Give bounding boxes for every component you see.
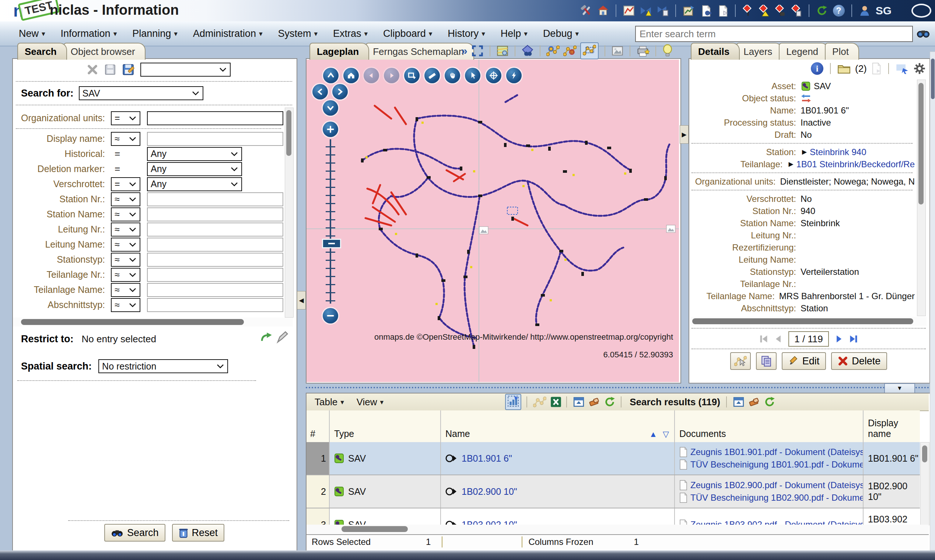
row-number[interactable]: 2 xyxy=(306,475,330,508)
row-number[interactable]: 1 xyxy=(306,442,330,474)
expand-arrow-icon[interactable]: ▶ xyxy=(788,160,793,168)
tip-lightbulb-icon[interactable] xyxy=(662,44,673,57)
document-search-icon[interactable] xyxy=(700,5,711,17)
documents-folder-icon[interactable] xyxy=(837,63,850,74)
first-page-button[interactable] xyxy=(759,334,769,344)
edit-button[interactable]: Edit xyxy=(782,352,826,370)
table-row[interactable]: 2 SAV 1B02.900 10" Zeugnis 1B02.900.pdf … xyxy=(306,475,920,508)
organizational-units-input[interactable] xyxy=(147,111,283,125)
teilanlage-nr-input[interactable] xyxy=(147,268,283,282)
details-scrollbar[interactable] xyxy=(917,80,926,316)
operator-select[interactable]: ≈ xyxy=(111,298,140,312)
station-nr-input[interactable] xyxy=(147,192,283,206)
splitter-collapse-right[interactable]: ▶ xyxy=(680,125,689,144)
operator-select[interactable]: = xyxy=(111,111,140,125)
menu-system[interactable]: System▾ xyxy=(270,28,325,39)
clear-results-icon[interactable] xyxy=(588,396,600,408)
collapse-panel-icon[interactable] xyxy=(733,396,744,408)
next-page-button[interactable] xyxy=(834,334,844,344)
menu-new[interactable]: New▾ xyxy=(11,28,53,39)
operator-select[interactable]: ≈ xyxy=(111,238,140,252)
cell-display-name[interactable]: 1B01.901 6" xyxy=(864,442,920,474)
menu-planning[interactable]: Planning▾ xyxy=(125,28,185,39)
column-header-documents[interactable]: Documents xyxy=(675,411,864,442)
marker-select-icon[interactable] xyxy=(775,5,786,17)
expand-arrow-icon[interactable]: ▶ xyxy=(802,148,807,156)
operator-select[interactable]: ≈ xyxy=(111,283,140,297)
user-avatar[interactable] xyxy=(859,5,870,17)
saved-search-select[interactable] xyxy=(140,63,231,77)
zoom-in-button[interactable] xyxy=(323,122,338,137)
menu-information[interactable]: Information▾ xyxy=(53,28,125,39)
document-link[interactable]: Zeugnis 1B01.901.pdf - Dokument (Dateisy… xyxy=(679,447,864,457)
help-icon[interactable]: ? xyxy=(833,5,845,17)
pan-right-button[interactable] xyxy=(332,84,348,100)
zoom-out-button[interactable] xyxy=(323,308,338,323)
last-page-button[interactable] xyxy=(849,334,858,344)
stationstyp-input[interactable] xyxy=(147,253,283,267)
view-menu[interactable]: View▾ xyxy=(357,397,383,408)
menu-administration[interactable]: Administration▾ xyxy=(185,28,271,39)
tab-ferngas-schemaplan[interactable]: Ferngas Schemaplan xyxy=(366,43,474,60)
zoom-slider-handle[interactable] xyxy=(322,239,341,248)
pick-restriction-icon[interactable] xyxy=(259,331,274,344)
column-header-display-name[interactable]: Display name xyxy=(864,411,920,442)
refresh-icon[interactable] xyxy=(816,5,828,17)
trace-selection-tool[interactable] xyxy=(580,42,599,59)
pan-left-button[interactable] xyxy=(312,84,328,100)
marker-icon[interactable] xyxy=(742,5,754,17)
copy-button[interactable] xyxy=(756,352,777,370)
marker-document-icon[interactable] xyxy=(791,5,802,17)
valve-warning-icon[interactable] xyxy=(640,5,652,17)
row-number[interactable]: 3 xyxy=(306,508,330,525)
select-pointer-button[interactable] xyxy=(465,68,480,83)
sort-ascending-icon[interactable]: ▲ xyxy=(649,429,657,439)
menu-clipboard[interactable]: Clipboard▾ xyxy=(375,28,440,39)
trace-from-icon[interactable] xyxy=(546,45,560,57)
results-v-scrollbar[interactable] xyxy=(920,442,929,525)
column-header-name[interactable]: Name ▲ ▽ xyxy=(441,411,675,442)
cell-display-name[interactable]: 1B03.902 10" xyxy=(864,508,920,525)
cell-display-name[interactable]: 1B02.900 10" xyxy=(864,475,920,508)
map-image-icon[interactable] xyxy=(611,45,624,57)
cell-documents[interactable]: Zeugnis 1B01.901.pdf - Dokument (Dateisy… xyxy=(675,442,864,474)
valve-device-icon[interactable] xyxy=(657,5,669,17)
cell-name[interactable]: 1B02.900 10" xyxy=(441,475,675,508)
criteria-scrollbar[interactable] xyxy=(285,108,294,318)
station-name-input[interactable] xyxy=(147,208,283,222)
excel-export-icon[interactable] xyxy=(550,396,562,408)
global-search-input[interactable] xyxy=(635,26,913,42)
chart-view-button[interactable] xyxy=(505,394,521,410)
table-menu[interactable]: Table▾ xyxy=(315,397,344,408)
spatial-search-select[interactable]: No restriction xyxy=(98,359,228,373)
teilanlage-name-input[interactable] xyxy=(147,283,283,297)
document-link[interactable]: TÜV Bescheinigung 1B02.900.pdf - Dokumen… xyxy=(679,492,864,503)
search-binoculars-icon[interactable] xyxy=(917,27,930,39)
operator-select[interactable]: ≈ xyxy=(111,208,140,222)
pan-hand-button[interactable] xyxy=(444,68,460,83)
info-icon[interactable]: i xyxy=(811,62,823,75)
cell-name[interactable]: 1B03.902 10" xyxy=(441,508,675,525)
page-number-input[interactable]: 1 / 119 xyxy=(788,331,829,347)
menu-extras[interactable]: Extras▾ xyxy=(325,28,375,39)
tab-search[interactable]: Search xyxy=(17,43,67,60)
chart-icon[interactable] xyxy=(623,5,635,17)
cell-type[interactable]: SAV xyxy=(330,442,441,474)
clear-results-icon[interactable] xyxy=(748,396,760,408)
quick-action-button[interactable] xyxy=(506,68,522,83)
document-link[interactable]: TÜV Bescheinigung 1B01.901.pdf - Dokumen… xyxy=(679,459,864,470)
previous-page-button[interactable] xyxy=(774,334,783,344)
cell-type[interactable]: SAV xyxy=(330,508,441,525)
more-tabs-icon[interactable]: » xyxy=(461,45,468,57)
menu-help[interactable]: Help▾ xyxy=(493,28,535,39)
tab-legend[interactable]: Legend xyxy=(779,43,829,60)
cell-name[interactable]: 1B01.901 6" xyxy=(441,442,675,474)
operator-select[interactable]: ≈ xyxy=(111,223,140,237)
column-header-type[interactable]: Type xyxy=(330,411,441,442)
highlight-selection-icon[interactable] xyxy=(896,63,909,74)
save-search-as-icon[interactable] xyxy=(122,63,134,76)
leitung-name-input[interactable] xyxy=(147,238,283,252)
print-plot-icon[interactable] xyxy=(636,45,649,57)
operator-select[interactable]: ≈ xyxy=(111,132,140,146)
abschnittstyp-input[interactable] xyxy=(147,298,283,312)
